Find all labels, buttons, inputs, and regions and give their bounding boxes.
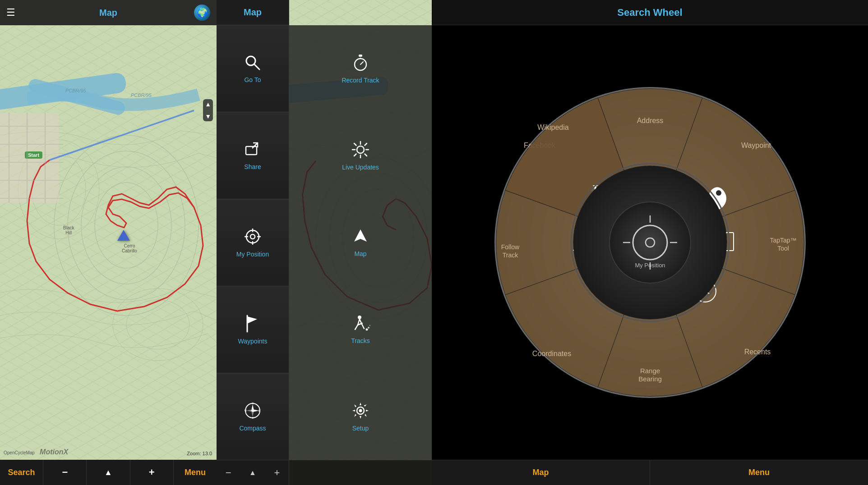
goto-label: Go To [244,76,261,83]
svg-text:Follow: Follow [501,243,519,251]
svg-line-47 [365,143,367,146]
zoom-up-arrow[interactable]: ▲ [205,101,211,107]
svg-point-63 [716,190,721,196]
search-icon [244,54,261,73]
gear-icon [351,402,369,422]
pcbr-label-1: PCBR/95 [65,88,86,93]
zoom-out-button[interactable]: − [43,460,87,485]
crosshair-icon [244,228,262,248]
motionx-logo: MotionX [40,448,68,456]
svg-line-45 [354,143,356,146]
svg-text:Range: Range [640,367,660,375]
center-circle[interactable] [609,202,691,283]
map-panel: ☰ Map 🌍 [0,0,217,485]
svg-text:TapTap™: TapTap™ [770,237,796,244]
myposition-menu-item[interactable]: My Position [217,199,289,286]
compass-label: Compass [239,425,266,432]
svg-point-22 [250,234,255,239]
waypoints-label: Waypoints [238,338,268,345]
compass-menu-item[interactable]: N S W E Compass [217,373,289,460]
share-menu-item[interactable]: Share [217,112,289,199]
wheel-container: Address Waypoint [432,25,868,460]
map-attribution: OpenCycleMap MotionX [4,448,68,456]
globe-icon[interactable]: 🌍 [194,5,210,21]
menu-minus-button[interactable]: − [226,467,231,479]
map-title: Map [99,8,117,18]
stopwatch-icon [352,54,369,74]
map-background[interactable]: PCBR/95 PCBR/95 Start BlackHill CerroCab… [0,0,217,460]
svg-point-54 [359,409,362,412]
zoom-down-arrow[interactable]: ▼ [205,113,211,119]
zoom-info: Zoom: 13.0 [187,451,212,456]
goto-menu-item[interactable]: Go To [217,25,289,112]
menu-left-column: Map Go To Share [217,0,289,485]
menu-title: Map [244,7,262,18]
compass-icon: N S W E [244,402,262,422]
wheel-footer: Map Menu [432,460,868,485]
hamburger-icon[interactable]: ☰ [6,7,15,18]
map-menu-item[interactable]: Map [289,199,432,286]
svg-line-18 [254,64,259,69]
svg-text:Wikipedia: Wikipedia [537,124,568,131]
tracks-label: Tracks [351,337,369,344]
menu-nav-button[interactable]: ▲ [249,469,256,477]
zoom-controls: ▲ ― ▼ [203,99,213,121]
svg-point-52 [368,327,369,329]
svg-text:Bearing: Bearing [638,375,662,383]
svg-point-21 [246,230,259,243]
share-icon [244,141,261,160]
center-myposition-label: My Position [635,262,665,269]
menu-right-header-spacer [289,0,432,25]
menu-left-footer: − ▲ + [217,460,289,485]
svg-point-53 [369,325,371,326]
svg-line-8 [50,110,194,160]
svg-text:Track: Track [502,252,518,259]
wheel-map-button[interactable]: Map [432,460,650,485]
nav-arrow-icon: ▲ [104,468,112,477]
map-footer: Search − ▲ + Menu [0,460,217,485]
menu-header-left: Map [217,0,289,25]
cerro-label: CerroCabrillo [122,243,137,253]
zoom-in-button[interactable]: + [130,460,174,485]
wheel-header: Search Wheel [432,0,868,25]
search-wheel-panel: Search Wheel [432,0,868,485]
liveupdates-menu-item[interactable]: Live Updates [289,112,432,199]
search-button[interactable]: Search [0,460,43,485]
pcbr-label-2: PCBR/95 [131,92,152,98]
menu-right-footer [289,460,432,485]
setup-label: Setup [352,425,369,432]
blackhill-label: BlackHill [63,225,74,235]
position-indicator [117,230,130,241]
waypoints-menu-item[interactable]: Waypoints [217,286,289,373]
svg-text:Waypoint: Waypoint [741,142,771,149]
svg-rect-19 [246,146,257,155]
setup-menu-item[interactable]: Setup [289,373,432,460]
myposition-label: My Position [236,251,269,258]
recordtrack-label: Record Track [342,77,379,84]
svg-text:Address: Address [637,117,663,124]
svg-rect-37 [359,55,362,57]
liveupdates-label: Live Updates [342,164,379,171]
wheel-title: Search Wheel [617,7,682,18]
svg-point-40 [357,146,364,153]
svg-line-39 [360,62,363,64]
menu-button[interactable]: Menu [174,460,217,485]
svg-marker-49 [354,229,367,242]
walking-icon [351,315,370,334]
share-label: Share [244,163,261,170]
menu-right-items: Record Track Live Up [289,0,432,485]
recordtrack-menu-item[interactable]: Record Track [289,25,432,112]
navigate-button[interactable]: ▲ [87,460,130,485]
menu-plus-button[interactable]: + [274,467,280,479]
svg-text:Coordinates: Coordinates [532,350,571,357]
map-label-menu: Map [354,250,366,257]
flag-icon [245,315,261,335]
svg-point-51 [366,328,368,330]
svg-line-46 [365,154,367,156]
menu-panel: Map Go To Share [217,0,432,485]
wheel-menu-button[interactable]: Menu [650,460,868,485]
search-wheel-svg[interactable]: Address Waypoint [488,80,813,405]
tracks-menu-item[interactable]: Tracks [289,286,432,373]
map-header: ☰ Map 🌍 [0,0,217,25]
svg-line-48 [354,154,356,156]
